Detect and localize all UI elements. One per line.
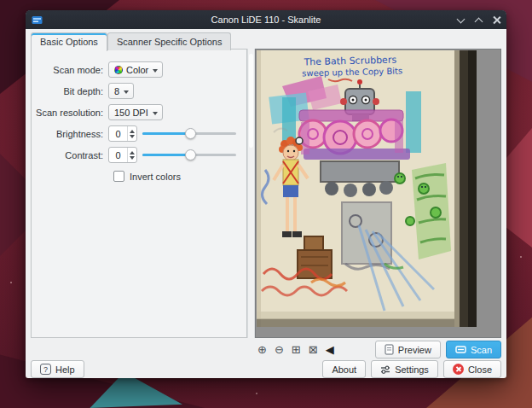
color-wheel-icon [114,66,123,74]
scanned-drawing: The Bath Scrubbers sweep up the Copy Bit… [257,50,477,327]
spin-down-icon[interactable] [130,156,135,160]
brightness-row: Brightness: 0 [35,125,238,142]
brightness-spinbox[interactable]: 0 [108,125,137,142]
settings-sliders-icon [380,364,390,375]
resolution-row: Scan resolution: 150 DPI [35,104,238,120]
preview-page-icon [385,344,394,355]
background-star [520,256,522,258]
maximize-icon[interactable] [475,16,483,24]
close-window-icon[interactable] [493,16,500,24]
scanner-icon [455,345,466,354]
about-button[interactable]: About [322,360,366,378]
scan-mode-label: Scan mode: [35,65,103,75]
help-button-label: Help [55,364,75,375]
invert-colors-label: Invert colors [130,172,181,182]
scan-button[interactable]: Scan [446,341,501,358]
brightness-slider[interactable] [142,126,238,141]
brightness-value: 0 [109,129,127,139]
close-button[interactable]: Close [443,360,501,378]
zoom-actual-size-icon[interactable]: ⊠ [309,341,318,358]
help-icon: ? [40,364,51,375]
slider-fill [142,132,190,135]
brightness-label: Brightness: [35,129,103,139]
slider-fill [142,154,190,156]
close-button-label: Close [468,364,492,375]
bit-depth-value: 8 [114,86,119,96]
preview-button-label: Preview [398,345,431,355]
window-content: Basic Options Scanner Specific Options S… [26,29,506,378]
help-button[interactable]: ? Help [31,360,84,378]
clear-selection-icon[interactable]: ◀ [326,341,334,358]
preview-actions: Preview Scan [375,341,501,358]
bit-depth-select[interactable]: 8 [108,83,134,99]
close-icon [453,364,464,375]
contrast-value: 0 [109,150,127,160]
window-title: Canon LiDE 110 - Skanlite [26,15,506,25]
bit-depth-label: Bit depth: [35,86,103,96]
tab-basic-options[interactable]: Basic Options [31,32,107,51]
scan-mode-select[interactable]: Color [108,61,163,78]
splitter-handle[interactable] [247,49,255,338]
contrast-label: Contrast: [35,150,103,160]
tab-scanner-specific-options[interactable]: Scanner Specific Options [107,32,232,50]
settings-button[interactable]: Settings [371,360,438,378]
preview-toolbar: ⊕ ⊖ ⊞ ⊠ ◀ [257,341,334,358]
spin-up-icon[interactable] [130,151,135,154]
contrast-row: Contrast: 0 [35,147,238,163]
contrast-slider[interactable] [142,148,238,162]
app-icon [32,15,43,26]
contrast-spin-arrows[interactable] [127,148,136,162]
contrast-slider-handle[interactable] [185,149,196,160]
scan-mode-row: Scan mode: Color [35,61,238,78]
settings-button-label: Settings [395,364,429,375]
resolution-label: Scan resolution: [35,108,103,118]
brightness-slider-handle[interactable] [185,128,196,139]
basic-options-panel: Scan mode: Color Bit depth: 8 Scan resol… [31,49,247,338]
about-button-label: About [332,364,356,375]
zoom-in-icon[interactable]: ⊕ [257,341,267,358]
zoom-out-icon[interactable]: ⊖ [275,341,284,358]
footer-bar: ? Help About Settings [31,360,501,378]
contrast-spinbox[interactable]: 0 [108,147,137,163]
titlebar[interactable]: Canon LiDE 110 - Skanlite [26,10,506,29]
scan-mode-value: Color [126,65,148,75]
splitter-thumb [249,54,253,148]
background-star [10,282,12,283]
invert-colors-checkbox[interactable] [113,171,124,182]
zoom-fit-icon[interactable]: ⊞ [292,341,301,358]
bit-depth-row: Bit depth: 8 [35,83,238,99]
resolution-select[interactable]: 150 DPI [108,104,163,120]
scan-button-label: Scan [471,345,492,355]
spin-up-icon[interactable] [130,130,135,133]
background-star [256,393,257,394]
invert-colors-row: Invert colors [113,171,246,182]
scanned-image[interactable]: The Bath Scrubbers sweep up the Copy Bit… [257,50,477,327]
brightness-spin-arrows[interactable] [127,126,136,141]
options-tabbar: Basic Options Scanner Specific Options [31,32,231,50]
minimize-icon[interactable] [457,16,465,24]
scan-preview-area[interactable]: The Bath Scrubbers sweep up the Copy Bit… [255,49,501,338]
preview-button[interactable]: Preview [375,341,441,358]
skanlite-window: Canon LiDE 110 - Skanlite Basic Options … [26,10,506,378]
spin-down-icon[interactable] [130,135,135,138]
resolution-value: 150 DPI [114,108,148,118]
